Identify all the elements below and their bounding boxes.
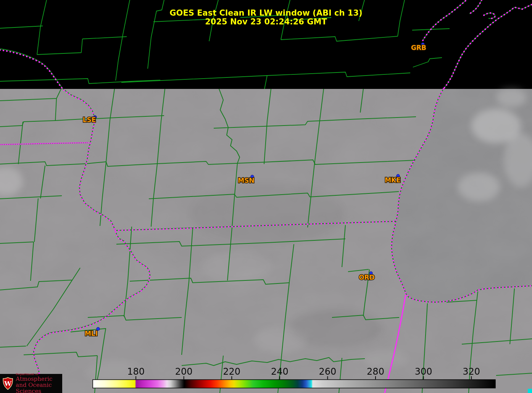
- colorbar-tick-label: 320: [463, 366, 480, 377]
- satellite-image-viewer: GRBLSEMSNMKEORDMLI GOES East Clean IR LW…: [0, 0, 532, 393]
- station-label-GRB: GRB: [411, 44, 426, 52]
- colorbar-tick-label: 240: [271, 366, 289, 377]
- ir-image-background: [0, 0, 532, 393]
- colorbar-tick-label: 180: [127, 366, 145, 377]
- colorbar-tick-label: 260: [319, 366, 337, 377]
- colorbar-tick-label: 300: [415, 366, 432, 377]
- colorbar-gradient: [93, 380, 495, 388]
- station-label-MSN: MSN: [238, 177, 254, 184]
- station-label-ORD: ORD: [359, 274, 375, 281]
- title-line-2: 2025 Nov 23 02:24:26 GMT: [205, 17, 327, 26]
- colorbar-tick-label: 220: [223, 366, 240, 377]
- cyan-artifact: [528, 389, 532, 393]
- uw-crest-icon: W: [2, 375, 13, 392]
- colorbar-tick-label: 200: [175, 366, 193, 377]
- station-label-MLI: MLI: [85, 330, 98, 337]
- logo-name-line-2: and Oceanic Sciences: [16, 382, 62, 393]
- colorbar-tick-label: 280: [367, 366, 384, 377]
- satellite-map: GRBLSEMSNMKEORDMLI GOES East Clean IR LW…: [0, 0, 532, 393]
- station-label-MKE: MKE: [385, 176, 401, 184]
- logo-text: Department of Atmospheric and Oceanic Sc…: [16, 373, 62, 393]
- station-label-LSE: LSE: [83, 116, 96, 124]
- title-line-1: GOES East Clean IR LW window (ABI ch 13): [169, 8, 362, 18]
- uw-aos-logo: W Department of Atmospheric and Oceanic …: [0, 374, 62, 393]
- crest-letter: W: [4, 380, 12, 387]
